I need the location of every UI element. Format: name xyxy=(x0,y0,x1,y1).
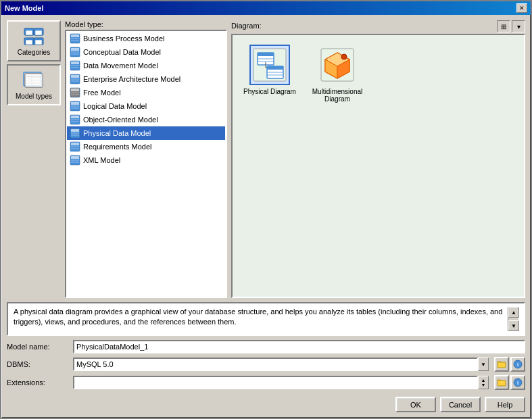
extensions-dropdown-arrow[interactable]: ▲▼ xyxy=(478,376,489,389)
dbms-label: DBMS: xyxy=(7,360,68,368)
model-list-item-eam[interactable]: Enterprise Architecture Model xyxy=(67,72,225,86)
model-list-item-ldm[interactable]: Logical Data Model xyxy=(67,99,225,113)
view-toggle: ⊞ ▾ xyxy=(497,20,525,32)
model-list-item-label-req: Requirements Model xyxy=(83,143,152,151)
close-button[interactable]: ✕ xyxy=(516,3,527,13)
extensions-browse-button[interactable] xyxy=(494,375,509,390)
svg-rect-7 xyxy=(35,40,42,45)
main-area: Categories Model types xyxy=(7,20,525,298)
folder-icon-2 xyxy=(497,378,506,387)
model-list-item-bpm[interactable]: Business Process Model xyxy=(67,32,225,45)
model-list-item-label-eam: Enterprise Architecture Model xyxy=(83,75,180,83)
svg-rect-18 xyxy=(71,34,79,37)
model-item-icon-dmm xyxy=(70,60,80,71)
list-view-button[interactable]: ▾ xyxy=(512,20,525,32)
extensions-row: Extensions: ▲▼ i xyxy=(7,375,525,390)
dbms-input[interactable] xyxy=(73,358,478,371)
multidimensional-diagram-icon-container xyxy=(317,45,358,85)
scroll-down-button[interactable]: ▼ xyxy=(508,320,519,331)
diagram-header: Diagram: ⊞ ▾ xyxy=(231,20,525,32)
svg-rect-77 xyxy=(498,380,506,386)
categories-icon xyxy=(23,26,45,47)
model-list-item-label-pdm: Physical Data Model xyxy=(83,129,151,137)
svg-text:i: i xyxy=(517,380,518,386)
info-icon: i xyxy=(513,360,523,369)
svg-rect-26 xyxy=(71,61,79,64)
model-item-icon-eam xyxy=(70,74,80,84)
svg-rect-38 xyxy=(71,102,79,105)
model-list[interactable]: Business Process Model Conceptual Data M… xyxy=(65,30,227,298)
title-bar-buttons: ✕ xyxy=(516,3,527,13)
svg-rect-5 xyxy=(26,40,32,45)
model-item-icon-xml xyxy=(70,155,80,166)
dbms-row: DBMS: ▼ i xyxy=(7,357,525,372)
model-list-item-req[interactable]: Requirements Model xyxy=(67,140,225,153)
model-types-button[interactable]: Model types xyxy=(7,64,61,105)
model-list-item-pdm[interactable]: Physical Data Model xyxy=(67,126,225,140)
dbms-select-wrapper: ▼ xyxy=(73,358,489,371)
svg-text:i: i xyxy=(517,362,518,368)
title-bar: New Model ✕ xyxy=(1,1,531,15)
model-list-item-label-cdm: Conceptual Data Model xyxy=(83,48,161,56)
physical-diagram-icon xyxy=(252,47,287,82)
dbms-action-buttons: i xyxy=(494,357,525,372)
model-name-label: Model name: xyxy=(7,343,68,351)
svg-rect-54 xyxy=(71,156,79,159)
model-item-icon-cdm xyxy=(70,47,80,57)
svg-rect-63 xyxy=(267,66,283,70)
dbms-browse-button[interactable] xyxy=(494,357,509,372)
physical-diagram-label: Physical Diagram xyxy=(243,88,296,95)
model-type-label: Model type: xyxy=(65,20,227,28)
info-icon-2: i xyxy=(513,378,523,387)
model-types-label: Model types xyxy=(16,93,52,100)
bottom-buttons: OK Cancel Help xyxy=(7,394,525,412)
multidimensional-diagram-label: Multidimensional Diagram xyxy=(310,88,365,103)
svg-rect-15 xyxy=(25,74,43,87)
model-list-item-dmm[interactable]: Data Movement Model xyxy=(67,59,225,72)
svg-rect-42 xyxy=(71,116,79,118)
folder-icon xyxy=(497,360,506,369)
model-list-item-xml[interactable]: XML Model xyxy=(67,153,225,167)
dbms-info-button[interactable]: i xyxy=(510,357,525,372)
extensions-info-button[interactable]: i xyxy=(510,375,525,390)
diagram-panel: Diagram: ⊞ ▾ xyxy=(231,20,525,298)
categories-button[interactable]: Categories xyxy=(7,20,61,61)
svg-rect-50 xyxy=(71,143,79,145)
dbms-dropdown-arrow[interactable]: ▼ xyxy=(478,358,489,371)
window-title: New Model xyxy=(5,4,43,12)
model-types-icon xyxy=(23,70,45,91)
description-text: A physical data diagram provides a graph… xyxy=(14,307,508,331)
diagram-content: Physical Diagram xyxy=(231,34,525,298)
svg-rect-59 xyxy=(258,53,274,56)
cancel-button[interactable]: Cancel xyxy=(440,397,481,412)
model-item-icon-req xyxy=(70,141,80,152)
extensions-label: Extensions: xyxy=(7,378,68,387)
model-list-item-label-bpm: Business Process Model xyxy=(83,34,164,43)
form-area: Model name: DBMS: ▼ xyxy=(7,340,525,390)
description-scrollbar[interactable]: ▲ ▼ xyxy=(508,307,518,331)
extensions-action-buttons: i xyxy=(494,375,525,390)
left-panel: Categories Model types xyxy=(7,20,61,298)
extensions-input[interactable] xyxy=(73,376,478,389)
grid-view-button[interactable]: ⊞ xyxy=(497,20,510,32)
svg-rect-34 xyxy=(71,89,79,91)
model-list-item-cdm[interactable]: Conceptual Data Model xyxy=(67,45,225,59)
physical-diagram-item[interactable]: Physical Diagram xyxy=(239,42,300,105)
model-item-icon-bpm xyxy=(70,33,80,44)
scroll-up-button[interactable]: ▲ xyxy=(508,307,519,318)
model-list-item-label-dmm: Data Movement Model xyxy=(83,61,158,70)
svg-rect-3 xyxy=(35,30,42,35)
help-button[interactable]: Help xyxy=(485,397,525,412)
model-list-item-oom[interactable]: Object-Oriented Model xyxy=(67,113,225,126)
ok-button[interactable]: OK xyxy=(395,397,436,412)
model-list-item-label-oom: Object-Oriented Model xyxy=(83,116,158,124)
model-item-icon-free xyxy=(70,87,80,98)
description-area: A physical data diagram provides a graph… xyxy=(7,302,525,336)
svg-rect-30 xyxy=(71,75,79,78)
diagram-label: Diagram: xyxy=(231,22,262,30)
svg-rect-74 xyxy=(498,362,506,368)
model-name-input[interactable] xyxy=(73,340,525,353)
model-list-item-free[interactable]: Free Model xyxy=(67,86,225,99)
physical-diagram-icon-container xyxy=(249,45,290,85)
multidimensional-diagram-item[interactable]: Multidimensional Diagram xyxy=(307,42,368,105)
